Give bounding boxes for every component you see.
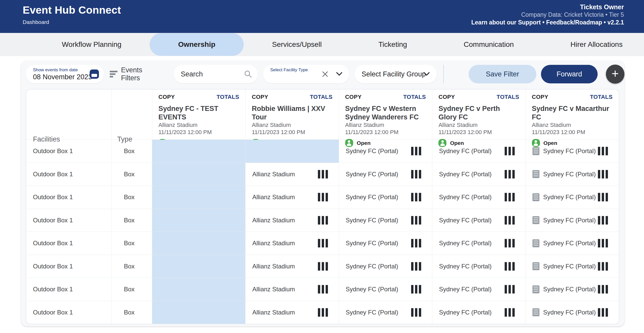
bars-icon[interactable] (411, 147, 421, 155)
bars-icon[interactable] (318, 239, 328, 248)
allocation-cell-selected[interactable] (152, 163, 245, 186)
chevron-down-icon[interactable] (423, 72, 430, 77)
bars-icon[interactable] (598, 170, 608, 178)
tab-workflow-planning[interactable]: Workflow Planning (33, 33, 150, 56)
allocation-cell[interactable]: Sydney FC (Portal) (432, 209, 525, 232)
tab-ownership[interactable]: Ownership (150, 33, 244, 56)
tab-services-upsell[interactable]: Services/Upsell (244, 33, 350, 56)
allocation-cell[interactable]: Sydney FC (Portal) (432, 186, 525, 209)
allocation-cell-selected[interactable] (152, 186, 245, 209)
allocation-cell[interactable]: Sydney FC (Portal) (339, 140, 432, 163)
totals-link[interactable]: TOTALS (497, 94, 519, 100)
events-filters-button[interactable]: Events Filters (110, 66, 162, 82)
allocation-cell[interactable]: Sydney FC (Portal) (432, 232, 525, 255)
allocation-cell[interactable]: Sydney FC (Portal) (526, 232, 619, 255)
forward-button[interactable]: Forward (541, 65, 598, 83)
copy-link[interactable]: COPY (252, 94, 268, 100)
allocation-cell[interactable]: Sydney FC (Portal) (432, 278, 525, 301)
bars-icon[interactable] (598, 239, 608, 248)
save-filter-button[interactable]: Save Filter (469, 65, 536, 83)
notes-icon[interactable] (532, 239, 539, 247)
notes-icon[interactable] (532, 193, 539, 201)
notes-icon[interactable] (532, 308, 539, 316)
bars-icon[interactable] (505, 239, 515, 248)
bars-icon[interactable] (598, 308, 608, 317)
allocation-cell[interactable]: Sydney FC (Portal) (339, 278, 432, 301)
copy-link[interactable]: COPY (438, 94, 455, 100)
allocation-cell[interactable]: Sydney FC (Portal) (526, 163, 619, 186)
bars-icon[interactable] (505, 285, 515, 294)
bars-icon[interactable] (318, 216, 328, 224)
bars-icon[interactable] (598, 193, 608, 201)
allocation-cell[interactable]: Sydney FC (Portal) (339, 301, 432, 324)
bars-icon[interactable] (505, 147, 515, 155)
notes-icon[interactable] (532, 147, 539, 155)
notes-icon[interactable] (532, 170, 539, 178)
copy-link[interactable]: COPY (345, 94, 362, 100)
allocation-cell[interactable]: Sydney FC (Portal) (526, 301, 619, 324)
totals-link[interactable]: TOTALS (217, 94, 239, 100)
chevron-down-icon[interactable] (336, 72, 343, 77)
allocation-cell[interactable]: Sydney FC (Portal) (432, 163, 525, 186)
facility-type-select[interactable]: Select Facility Type (263, 65, 349, 83)
bars-icon[interactable] (411, 262, 421, 270)
allocation-cell[interactable]: Sydney FC (Portal) (526, 186, 619, 209)
allocation-cell-selected[interactable] (152, 140, 245, 163)
tab-hirer-allocations[interactable]: Hirer Allocations (542, 33, 644, 56)
bars-icon[interactable] (411, 239, 421, 248)
allocation-cell[interactable]: Sydney FC (Portal) (339, 232, 432, 255)
notes-icon[interactable] (532, 216, 539, 224)
allocation-cell-selected[interactable] (152, 301, 245, 324)
bars-icon[interactable] (318, 285, 328, 294)
bars-icon[interactable] (598, 262, 608, 270)
allocation-cell[interactable]: Sydney FC (Portal) (526, 140, 619, 163)
calendar-icon[interactable] (90, 69, 99, 79)
allocation-cell[interactable]: Sydney FC (Portal) (339, 209, 432, 232)
bars-icon[interactable] (411, 308, 421, 317)
allocation-cell[interactable]: Allianz Stadium (245, 186, 338, 209)
allocation-cell-selected[interactable] (152, 209, 245, 232)
allocation-cell-selected[interactable] (245, 140, 338, 163)
allocation-cell[interactable]: Sydney FC (Portal) (432, 301, 525, 324)
totals-link[interactable]: TOTALS (403, 94, 426, 100)
facility-group-select[interactable]: Select Facility Group (354, 65, 437, 83)
allocation-cell[interactable]: Sydney FC (Portal) (432, 255, 525, 278)
bars-icon[interactable] (505, 262, 515, 270)
bars-icon[interactable] (411, 193, 421, 201)
allocation-cell[interactable]: Sydney FC (Portal) (339, 163, 432, 186)
support-links[interactable]: Learn about our Support • Feedback/Roadm… (471, 19, 624, 26)
bars-icon[interactable] (318, 262, 328, 270)
date-filter[interactable]: Show events from date 08 November 2023 (26, 65, 104, 83)
allocation-cell[interactable]: Sydney FC (Portal) (339, 186, 432, 209)
allocation-cell[interactable]: Allianz Stadium (245, 301, 338, 324)
bars-icon[interactable] (318, 308, 328, 317)
copy-link[interactable]: COPY (158, 94, 175, 100)
bars-icon[interactable] (505, 308, 515, 317)
allocation-cell[interactable]: Allianz Stadium (245, 255, 338, 278)
allocation-cell[interactable]: Sydney FC (Portal) (339, 255, 432, 278)
bars-icon[interactable] (598, 285, 608, 294)
bars-icon[interactable] (411, 285, 421, 294)
bars-icon[interactable] (411, 170, 421, 178)
allocation-cell[interactable]: Sydney FC (Portal) (526, 209, 619, 232)
allocation-cell[interactable]: Allianz Stadium (245, 163, 338, 186)
copy-link[interactable]: COPY (532, 94, 548, 100)
tab-communication[interactable]: Communication (435, 33, 542, 56)
bars-icon[interactable] (598, 216, 608, 224)
allocation-cell[interactable]: Allianz Stadium (245, 278, 338, 301)
totals-link[interactable]: TOTALS (590, 94, 613, 100)
allocation-cell-selected[interactable] (152, 278, 245, 301)
bars-icon[interactable] (318, 193, 328, 201)
tab-ticketing[interactable]: Ticketing (350, 33, 435, 56)
add-button[interactable]: + (606, 65, 624, 84)
bars-icon[interactable] (318, 170, 328, 178)
bars-icon[interactable] (505, 216, 515, 224)
bars-icon[interactable] (411, 216, 421, 224)
search-icon[interactable] (244, 70, 252, 79)
notes-icon[interactable] (532, 285, 539, 293)
allocation-cell-selected[interactable] (152, 255, 245, 278)
allocation-cell[interactable]: Allianz Stadium (245, 232, 338, 255)
bars-icon[interactable] (505, 193, 515, 201)
notes-icon[interactable] (532, 262, 539, 270)
allocation-cell-selected[interactable] (152, 232, 245, 255)
